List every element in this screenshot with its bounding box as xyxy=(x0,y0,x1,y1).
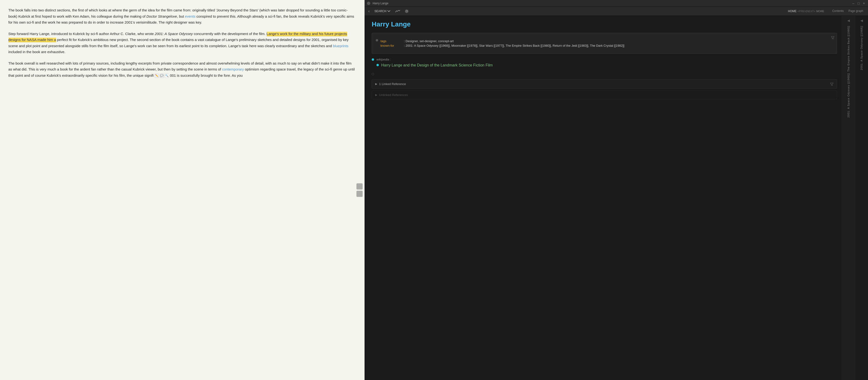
scroll-up-button[interactable] xyxy=(356,183,363,189)
minimize-button[interactable]: – xyxy=(852,1,855,5)
sidebar-2001-text[interactable]: 2001: A Space Odyssey [[1968]] xyxy=(847,73,850,118)
svg-marker-1 xyxy=(831,36,834,39)
filter-icon[interactable] xyxy=(831,35,834,39)
paragraph-2: Step forward Harry Lange, introduced to … xyxy=(8,31,356,55)
more-button[interactable]: MORE xyxy=(816,10,824,12)
unlinked-ref-expand-icon: ▶ xyxy=(375,93,377,96)
tags-key: tags xyxy=(380,39,402,43)
svg-point-0 xyxy=(406,10,407,12)
maximize-button[interactable]: □ xyxy=(857,1,860,5)
home-area: HOME <PREV|NEXT> MORE xyxy=(788,9,824,13)
right-tabs: Contents Page graph xyxy=(830,8,866,14)
search-button[interactable]: SEARCH xyxy=(373,8,392,14)
title-bar: Harry Lange – □ × xyxy=(365,0,868,7)
known-for-value: : 2001: A Space Odyssey [[1968]], Moonra… xyxy=(404,44,624,48)
empty-bullet xyxy=(372,73,374,75)
trending-icon xyxy=(395,9,400,13)
known-for-row: known-for : 2001: A Space Odyssey [[1968… xyxy=(380,44,624,48)
page-graph-sidebar: ◀ 2001: A Space Odyssey [[1968]] xyxy=(855,16,868,380)
sidebar-empire-text[interactable]: The Empire Strikes Back [[1980]] xyxy=(847,26,850,72)
nav-label: <PREV|NEXT> xyxy=(798,10,815,12)
wiki-content: wikipedia : Harry Lange and the Design o… xyxy=(376,58,493,69)
wiki-article-row: Harry Lange and the Design of the Landma… xyxy=(376,63,493,67)
contemporary-link[interactable]: contemporary xyxy=(222,67,244,71)
settings-icon xyxy=(405,9,409,13)
home-label[interactable]: HOME xyxy=(788,9,797,13)
paragraph-3: The book overall is well researched with… xyxy=(8,60,356,78)
linked-ref-filter-icon xyxy=(830,82,833,86)
wikipedia-section: wikipedia : Harry Lange and the Design o… xyxy=(372,58,837,69)
page-graph-2001-text[interactable]: 2001: A Space Odyssey [[1968]] xyxy=(860,26,863,70)
paragraph-1: The book falls into two distinct section… xyxy=(8,7,356,26)
back-button[interactable]: ‹ xyxy=(367,8,371,14)
settings-icon-button[interactable] xyxy=(403,8,410,14)
app-icon xyxy=(367,2,370,5)
tab-page-graph[interactable]: Page graph xyxy=(846,8,866,14)
page-content-area: Harry Lange tags : Designer, set-designe… xyxy=(365,16,842,380)
bullet-point-1: tags : Designer, set-designer, concept-a… xyxy=(376,38,833,49)
toolbar: ‹ SEARCH HOME <PREV|NEXT> MORE Conten xyxy=(365,7,868,16)
unlinked-ref-label: Unlinked References xyxy=(379,93,408,97)
page-graph-collapse-arrow[interactable]: ◀ xyxy=(860,18,864,23)
linked-ref-label: 1 Linked Reference xyxy=(379,82,828,86)
edit-icon[interactable]: ✏️ xyxy=(155,74,159,78)
trending-icon-button[interactable] xyxy=(394,8,401,14)
page-title: Harry Lange xyxy=(372,21,837,28)
sidebar-collapse-arrow[interactable]: ◀ xyxy=(846,18,851,23)
contents-sidebar: ◀ The Empire Strikes Back [[1980]] 2001:… xyxy=(842,16,855,380)
search-label: SEARCH xyxy=(374,9,386,13)
events-link[interactable]: events xyxy=(185,14,195,18)
inline-action-icons: ✏️ 💬 🔍 xyxy=(155,74,169,78)
back-icon: ‹ xyxy=(368,9,370,13)
window-controls: – □ × xyxy=(852,1,866,5)
tags-row: tags : Designer, set-designer, concept-a… xyxy=(380,39,624,43)
title-bar-text: Harry Lange xyxy=(373,2,389,5)
known-for-key: known-for xyxy=(380,44,402,48)
article-panel: The book falls into two distinct section… xyxy=(0,0,365,380)
wiki-article-link[interactable]: Harry Lange and the Design of the Landma… xyxy=(381,63,493,67)
close-button[interactable]: × xyxy=(862,1,866,5)
wiki-article-bullet xyxy=(376,64,379,66)
linked-ref-expand-icon: ▶ xyxy=(375,83,377,86)
right-panel: Harry Lange – □ × ‹ SEARCH xyxy=(365,0,868,380)
empty-section xyxy=(372,72,837,75)
info-rows: tags : Designer, set-designer, concept-a… xyxy=(380,38,624,49)
linked-references-bar[interactable]: ▶ 1 Linked Reference xyxy=(372,79,837,89)
scroll-controls xyxy=(356,183,363,197)
chat-icon[interactable]: 💬 xyxy=(160,74,164,78)
google-icon[interactable]: 🔍 xyxy=(165,74,169,78)
tags-value: : Designer, set-designer, concept-art xyxy=(404,39,454,43)
unlinked-references-bar[interactable]: ▶ Unlinked References xyxy=(372,91,837,99)
wiki-label: wikipedia : xyxy=(376,58,493,61)
bullet-dot xyxy=(376,39,378,41)
info-block: tags : Designer, set-designer, concept-a… xyxy=(372,33,837,54)
scroll-down-button[interactable] xyxy=(356,191,363,197)
tab-contents[interactable]: Contents xyxy=(830,8,846,14)
main-content: Harry Lange tags : Designer, set-designe… xyxy=(365,16,868,380)
search-icon xyxy=(387,9,391,13)
wiki-bullet xyxy=(372,58,374,61)
svg-marker-2 xyxy=(830,83,833,86)
blueprints-link[interactable]: blueprints xyxy=(333,44,348,48)
